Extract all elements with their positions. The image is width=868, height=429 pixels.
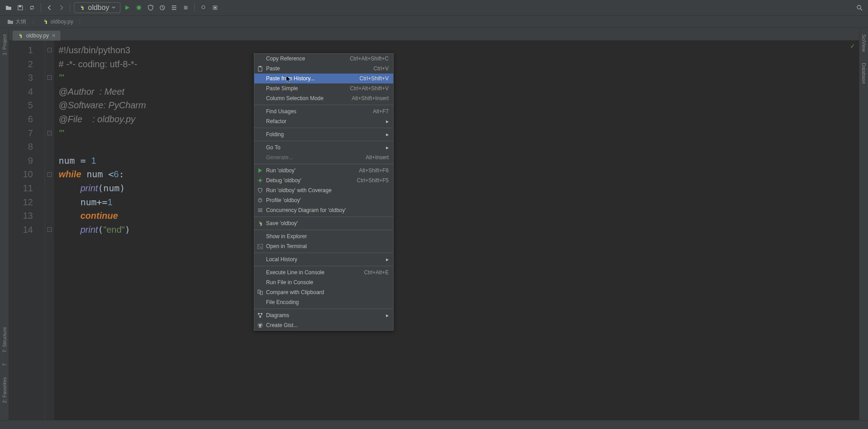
fold-marker-icon[interactable]: − [47,48,52,52]
line-number: 13 [9,209,45,223]
breadcrumb-label: oldboy.py [51,18,73,25]
context-menu-label: Debug 'oldboy' [266,177,302,184]
line-number: 2 [9,57,45,71]
svg-rect-15 [261,313,262,314]
open-file-icon[interactable] [4,3,14,13]
context-menu-label: Profile 'oldboy' [266,197,301,203]
favorites-tool-button[interactable]: 2: Favorites [1,374,8,406]
editor-tab-oldboy[interactable]: oldboy.py ✕ [13,31,60,41]
context-menu-item[interactable]: Copy ReferenceCtrl+Alt+Shift+C [254,54,393,64]
run-icon[interactable] [122,3,132,13]
coverage-icon[interactable] [146,3,156,13]
context-menu-shortcut: Alt+Shift+F6 [359,167,389,174]
line-number: 12 [9,195,45,209]
context-menu-shortcut: Ctrl+Alt+E [364,269,389,276]
editor[interactable]: 1234567891011121314 − − − − − #!/usr/bin… [9,41,859,420]
context-menu-item[interactable]: PasteCtrl+V [254,64,393,74]
context-menu-item[interactable]: Create Gist... [254,320,393,330]
context-menu-item[interactable]: Paste from History...Ctrl+Shift+V [254,74,393,83]
terminal-icon [257,243,263,249]
context-menu-item[interactable]: Diagrams▸ [254,310,393,320]
editor-context-menu: Copy ReferenceCtrl+Alt+Shift+CPasteCtrl+… [254,53,394,331]
context-menu-label: Local History [266,256,297,263]
line-number: 8 [9,140,45,154]
concurrency-icon[interactable] [169,3,179,13]
settings-icon[interactable] [198,3,208,13]
line-number: 11 [9,181,45,195]
context-menu-item[interactable]: Show in Explorer [254,231,393,241]
inspection-ok-icon[interactable]: ✓ [850,42,855,50]
debug-icon[interactable] [134,3,144,13]
concurrency-icon [257,207,263,213]
database-tool-button[interactable]: Database [860,60,868,87]
structure-tool-button[interactable]: 7: Structure [1,324,8,355]
context-menu-label: Column Selection Mode [266,95,323,101]
project-tool-button[interactable]: 1: Project [1,32,8,58]
context-menu-item[interactable]: Run 'oldboy' with Coverage [254,185,393,195]
context-menu-item[interactable]: Execute Line in ConsoleCtrl+Alt+E [254,268,393,277]
context-menu-item[interactable]: Paste SimpleCtrl+Alt+Shift+V [254,83,393,93]
github-icon [257,322,263,328]
context-menu-item[interactable]: Concurrency Diagram for 'oldboy' [254,205,393,215]
context-menu-item[interactable]: Go To▸ [254,143,393,152]
breadcrumb-folder[interactable]: 大纲 [5,17,29,27]
context-menu-item[interactable]: Folding▸ [254,129,393,139]
fold-marker-icon[interactable]: − [47,75,52,80]
context-menu-item[interactable]: Find UsagesAlt+F7 [254,106,393,116]
fold-marker-icon[interactable]: − [47,131,52,135]
chevron-down-icon [112,6,115,9]
context-menu-label: Create Gist... [266,322,298,328]
context-menu-item: Generate...Alt+Insert [254,152,393,162]
forward-icon[interactable] [56,3,66,13]
context-menu-item[interactable]: Run 'oldboy'Alt+Shift+F6 [254,166,393,175]
context-menu-item[interactable]: Save 'oldboy' [254,218,393,228]
context-menu-shortcut: Alt+Insert [366,154,389,161]
toolbar-separator [194,3,195,12]
profile-icon [257,197,263,203]
code-content[interactable]: #!/usr/bin/python3 # -*- coding: utf-8-*… [54,41,859,420]
profile-icon[interactable] [157,3,167,13]
back-icon[interactable] [45,3,55,13]
diagrams-icon [257,312,263,318]
plugin-icon[interactable] [210,3,220,13]
context-menu-item[interactable]: Refactor▸ [254,116,393,126]
context-menu-item[interactable]: Debug 'oldboy'Ctrl+Shift+F5 [254,175,393,185]
save-all-icon[interactable] [15,3,25,13]
coverage-icon [257,187,263,194]
context-menu-separator [254,217,393,217]
search-everywhere-icon[interactable] [854,3,864,13]
context-menu-label: Compare with Clipboard [266,289,324,295]
context-menu-item[interactable]: Profile 'oldboy' [254,195,393,205]
sciview-tool-button[interactable]: SciView [860,32,868,55]
submenu-arrow-icon: ▸ [386,131,389,138]
context-menu-label: Copy Reference [266,55,305,62]
context-menu-label: Execute Line in Console [266,269,324,276]
run-config-selector[interactable]: oldboy [74,2,120,13]
toolbar-separator [41,3,41,12]
context-menu-label: Refactor [266,118,286,125]
context-menu-label: Go To [266,144,280,151]
context-menu-item[interactable]: Local History▸ [254,254,393,264]
context-menu-label: Run 'oldboy' with Coverage [266,187,331,194]
context-menu-label: Run 'oldboy' [266,167,295,174]
context-menu-item[interactable]: Column Selection ModeAlt+Shift+Insert [254,93,393,103]
context-menu-separator [254,164,393,164]
fold-marker-icon[interactable]: − [47,172,52,177]
stop-icon[interactable] [181,3,191,13]
unknown-tool-button[interactable]: 7 [1,360,8,369]
fold-marker-icon[interactable]: − [47,227,52,232]
main-toolbar: oldboy [0,0,868,16]
svg-rect-11 [257,244,263,249]
context-menu-label: Paste Simple [266,85,298,92]
context-menu-item[interactable]: File Encoding [254,297,393,307]
context-menu-label: Run File in Console [266,279,313,286]
context-menu-item[interactable]: Run File in Console [254,277,393,287]
context-menu-item[interactable]: Open in Terminal [254,241,393,251]
close-tab-icon[interactable]: ✕ [51,32,56,39]
breadcrumb-file[interactable]: oldboy.py [40,18,76,26]
sync-icon[interactable] [27,3,37,13]
context-menu-label: Paste [266,65,280,72]
context-menu-label: Find Usages [266,108,296,115]
svg-rect-16 [259,316,261,318]
context-menu-item[interactable]: Compare with Clipboard [254,287,393,297]
